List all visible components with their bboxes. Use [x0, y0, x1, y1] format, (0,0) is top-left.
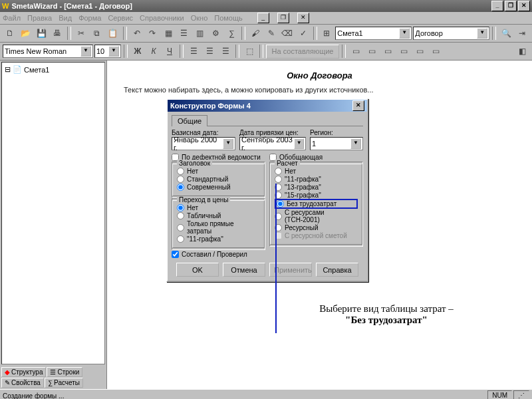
dialog-close-button[interactable]: ✕ [352, 100, 364, 111]
align-center-icon[interactable]: ☰ [202, 44, 217, 59]
font-combo[interactable]: Times New Roman▼ [3, 45, 93, 58]
calc-icon[interactable]: ∑ [225, 26, 239, 41]
r-price-none[interactable]: Нет [177, 204, 260, 211]
lbl-region: Регион: [310, 129, 363, 136]
chk-compiled[interactable]: Составил / Проверил [172, 251, 265, 258]
bind-date-combo[interactable]: Сентябрь 2003 г.▼ [239, 137, 306, 150]
tab-calcs[interactable]: ∑Расчеты [45, 378, 83, 388]
eraser-icon[interactable]: ⌫ [280, 26, 295, 41]
status-grip: ⋰ [513, 390, 529, 399]
ok-button[interactable]: OK [176, 263, 219, 277]
r-calc-13[interactable]: "13-графка" [275, 184, 358, 191]
tab-structure[interactable]: ◆Структура [1, 367, 46, 377]
menu-file[interactable]: Файл [3, 14, 21, 22]
row-icon[interactable]: ☰ [177, 26, 192, 41]
base-date-combo[interactable]: Январь 2000 г.▼ [172, 137, 235, 150]
print-icon[interactable]: 🖶 [50, 26, 65, 41]
tree-label: Смета1 [24, 66, 49, 74]
bold-icon[interactable]: Ж [130, 44, 145, 59]
find-icon[interactable]: 🔍 [499, 26, 513, 41]
redo-icon[interactable]: ↷ [145, 26, 160, 41]
child-close-button[interactable]: ✕ [297, 13, 309, 23]
dialog-titlebar[interactable]: Конструктор Формы 4 ✕ [168, 100, 367, 112]
tree[interactable]: ⊟ 📄 Смета1 [1, 62, 105, 364]
props-icon[interactable]: ⚙ [209, 26, 223, 41]
components-button: На составляющие [266, 45, 339, 59]
nav-icon[interactable]: ⊞ [320, 26, 334, 41]
brush-icon[interactable]: 🖌 [248, 26, 263, 41]
status-text: Создание формы ... [3, 392, 64, 400]
grp-price: Нет Табличный Только прямые затраты "11-… [172, 200, 265, 248]
misc4-icon[interactable]: ▭ [396, 44, 411, 59]
sidebar: ⊟ 📄 Смета1 ◆Структура ☰Строки ✎Свойства … [0, 61, 107, 389]
doc-combo-1[interactable]: Смета1▼ [335, 27, 412, 40]
child-maximize-button[interactable]: ❐ [277, 13, 289, 23]
minus-icon[interactable]: ⊟ [5, 65, 11, 74]
grp-calc: Нет "11-графка" "13-графка" "15-графка" … [270, 164, 362, 245]
menu-edit[interactable]: Правка [27, 14, 52, 22]
child-minimize-button[interactable]: _ [257, 13, 269, 23]
annotation: Выберите вид таблицы затрат – "Без трудо… [280, 303, 493, 326]
r-calc-resource[interactable]: Ресурсный [275, 224, 358, 231]
tree-root[interactable]: ⊟ 📄 Смета1 [5, 65, 102, 74]
doc-combo-2[interactable]: Договор▼ [413, 27, 489, 40]
open-icon[interactable]: 📂 [19, 26, 33, 41]
new-icon[interactable]: 🗋 [3, 26, 17, 41]
paste-icon[interactable]: 📋 [106, 26, 120, 41]
tab-lines[interactable]: ☰Строки [47, 367, 82, 377]
r-calc-no-labor[interactable]: Без трудозатрат [275, 199, 358, 209]
tab-props[interactable]: ✎Свойства [1, 378, 44, 388]
underline-icon[interactable]: Ч [162, 44, 177, 59]
menu-window[interactable]: Окно [191, 14, 208, 22]
status-num: NUM [487, 390, 512, 399]
misc6-icon[interactable]: ▭ [428, 44, 443, 59]
r-calc-tsn[interactable]: С ресурсами (ТСН-2001) [275, 209, 358, 223]
grp-header: Нет Стандартный Современный [172, 164, 265, 196]
check-icon[interactable]: ✓ [296, 26, 311, 41]
minimize-button[interactable]: _ [491, 1, 503, 11]
r-header-modern[interactable]: Современный [177, 184, 260, 191]
export-icon[interactable]: ⇥ [515, 26, 529, 41]
cancel-button[interactable]: Отмена [223, 263, 265, 277]
menu-form[interactable]: Форма [78, 14, 101, 22]
side-tabs: ◆Структура ☰Строки ✎Свойства ∑Расчеты [0, 366, 106, 389]
help-button[interactable]: Справка [316, 263, 358, 277]
close-button[interactable]: ✕ [518, 1, 530, 11]
maximize-button[interactable]: ❐ [505, 1, 517, 11]
merge-icon[interactable]: ⬚ [242, 44, 257, 59]
toggle-icon[interactable]: ◧ [515, 44, 529, 59]
region-combo[interactable]: 1▼ [310, 137, 363, 150]
pen-icon[interactable]: ✎ [264, 26, 279, 41]
undo-icon[interactable]: ↶ [130, 26, 144, 41]
menubar: Файл Правка Вид Форма Сервис Справочники… [0, 12, 532, 25]
menu-help[interactable]: Помощь [214, 14, 243, 22]
apply-button: Применить [269, 263, 312, 277]
menu-view[interactable]: Вид [59, 14, 72, 22]
misc3-icon[interactable]: ▭ [380, 44, 395, 59]
cut-icon[interactable]: ✂ [74, 26, 88, 41]
col-icon[interactable]: ▥ [193, 26, 207, 41]
align-left-icon[interactable]: ☰ [186, 44, 201, 59]
r-price-direct[interactable]: Только прямые затраты [177, 220, 260, 235]
r-calc-11[interactable]: "11-графка" [275, 176, 358, 183]
misc1-icon[interactable]: ▭ [348, 44, 363, 59]
misc2-icon[interactable]: ▭ [364, 44, 379, 59]
window-title: SmetaWizard - [Смета1 - Договор] [11, 2, 132, 10]
r-price-table[interactable]: Табличный [177, 212, 260, 219]
tab-general[interactable]: Общие [172, 115, 207, 126]
menu-service[interactable]: Сервис [108, 14, 133, 22]
size-combo[interactable]: 10▼ [94, 45, 121, 58]
r-price-11[interactable]: "11-графка" [177, 235, 260, 243]
table-icon[interactable]: ▦ [161, 26, 176, 41]
italic-icon[interactable]: К [146, 44, 161, 59]
align-right-icon[interactable]: ☰ [218, 44, 233, 59]
toolbar-main: 🗋 📂 💾 🖶 ✂ ⧉ 📋 ↶ ↷ ▦ ☰ ▥ ⚙ ∑ 🖌 ✎ ⌫ ✓ ⊞ См… [0, 25, 532, 43]
r-calc-none[interactable]: Нет [275, 168, 358, 175]
r-calc-15[interactable]: "15-графка" [275, 192, 358, 199]
copy-icon[interactable]: ⧉ [90, 26, 104, 41]
r-header-std[interactable]: Стандартный [177, 176, 260, 183]
menu-refs[interactable]: Справочники [140, 14, 184, 22]
save-icon[interactable]: 💾 [35, 26, 49, 41]
r-header-none[interactable]: Нет [177, 168, 260, 175]
misc5-icon[interactable]: ▭ [412, 44, 427, 59]
